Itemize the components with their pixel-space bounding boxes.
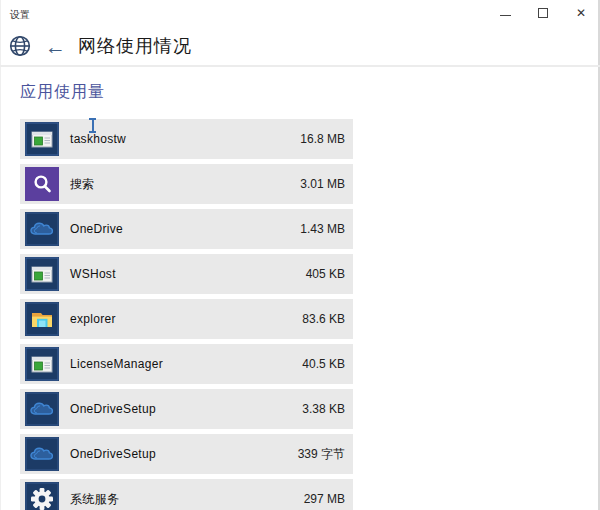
- app-usage-value: 339 字节: [298, 446, 345, 463]
- app-row[interactable]: WSHost 405 KB: [20, 254, 353, 294]
- minimize-icon: [500, 15, 511, 16]
- window-app-icon: [25, 257, 59, 291]
- app-usage-value: 297 MB: [304, 492, 345, 506]
- app-name: 系统服务: [70, 491, 119, 508]
- gear-app-icon: [25, 482, 59, 510]
- app-row[interactable]: taskhostw 16.8 MB: [20, 119, 353, 159]
- app-row[interactable]: explorer 83.6 KB: [20, 299, 353, 339]
- window-app-icon: [25, 347, 59, 381]
- page-header: ← 网络使用情况: [0, 30, 600, 62]
- app-row[interactable]: 搜索 3.01 MB: [20, 164, 353, 204]
- close-icon: ✕: [576, 7, 586, 19]
- maximize-button[interactable]: [524, 0, 562, 26]
- app-usage-list: taskhostw 16.8 MB 搜索 3.01 MB OneDrive 1.…: [20, 119, 353, 510]
- close-button[interactable]: ✕: [562, 0, 600, 26]
- app-name: OneDriveSetup: [70, 447, 156, 461]
- app-name: taskhostw: [70, 132, 126, 146]
- app-row[interactable]: 系统服务 297 MB: [20, 479, 353, 510]
- folder-app-icon: [25, 302, 59, 336]
- app-name: OneDriveSetup: [70, 402, 156, 416]
- cloud-app-icon: [25, 212, 59, 246]
- app-row[interactable]: OneDrive 1.43 MB: [20, 209, 353, 249]
- app-usage-value: 3.38 KB: [302, 402, 345, 416]
- window-controls: ✕: [486, 0, 600, 26]
- search-app-icon: [25, 167, 59, 201]
- app-row[interactable]: OneDriveSetup 3.38 KB: [20, 389, 353, 429]
- app-name: LicenseManager: [70, 357, 163, 371]
- app-usage-value: 405 KB: [306, 267, 345, 281]
- app-usage-value: 16.8 MB: [300, 132, 345, 146]
- minimize-button[interactable]: [486, 0, 524, 26]
- app-name: OneDrive: [70, 222, 123, 236]
- app-usage-value: 3.01 MB: [300, 177, 345, 191]
- app-usage-value: 40.5 KB: [302, 357, 345, 371]
- page-title: 网络使用情况: [78, 34, 192, 58]
- app-row[interactable]: LicenseManager 40.5 KB: [20, 344, 353, 384]
- section-title: 应用使用量: [20, 82, 600, 103]
- app-name: explorer: [70, 312, 116, 326]
- back-button[interactable]: ←: [45, 36, 66, 57]
- app-name: WSHost: [70, 267, 116, 281]
- title-bar: 设置 ✕: [0, 0, 600, 30]
- app-name: 搜索: [70, 176, 95, 193]
- cloud-app-icon: [25, 392, 59, 426]
- maximize-icon: [538, 8, 548, 18]
- header-divider: [0, 65, 600, 67]
- globe-icon: [8, 34, 32, 58]
- app-usage-value: 1.43 MB: [300, 222, 345, 236]
- app-row[interactable]: OneDriveSetup 339 字节: [20, 434, 353, 474]
- app-usage-value: 83.6 KB: [302, 312, 345, 326]
- window-title: 设置: [0, 0, 30, 22]
- cloud-app-icon: [25, 437, 59, 471]
- window-app-icon: [25, 122, 59, 156]
